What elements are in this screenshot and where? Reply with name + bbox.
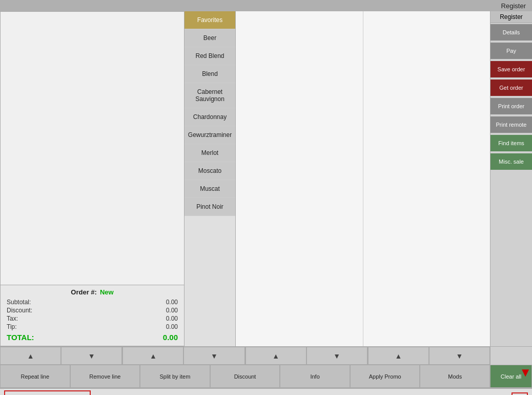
category-button-1[interactable]: Beer [185,29,235,47]
right-btn-get-order[interactable]: Get order [490,80,532,96]
action-row: Repeat lineRemove lineSplit by itemDisco… [0,365,532,388]
category-button-5[interactable]: Chardonnay [185,108,235,126]
right-btn-print-remote[interactable]: Print remote [490,116,532,133]
category-list: FavoritesBeerRed BlendBlendCabernet Sauv… [185,11,236,346]
action-btn-repeat-line[interactable]: Repeat line [0,365,70,388]
action-btn-discount[interactable]: Discount [210,365,280,388]
action-btn-clear-all[interactable]: Clear all▼ [490,365,532,388]
right-btn-details[interactable]: Details [490,24,532,41]
right-panel-spacer [490,347,532,365]
right-btn-save-order[interactable]: Save order [490,61,532,77]
order-summary: Order #: New Subtotal: 0.00 Discount: 0.… [1,285,184,346]
header-title: Register [501,2,526,10]
tax-label: Tax: [7,315,18,322]
scroll-down-1[interactable]: ▼ [61,347,122,365]
right-buttons-container: DetailsPaySave orderGet orderPrint order… [490,23,532,171]
action-btn-apply-promo[interactable]: Apply Promo [350,365,420,388]
left-panel: Order #: New Subtotal: 0.00 Discount: 0.… [0,11,185,346]
order-display [1,12,184,285]
right-btn-print-order[interactable]: Print order [490,98,532,114]
category-button-4[interactable]: Cabernet Sauvignon [185,83,235,108]
order-number-label: Order #: [71,288,97,296]
scroll-row: ▲ ▼ ▲ ▼ ▲ ▼ ▲ ▼ [0,346,532,365]
discount-value: 0.00 [166,307,178,314]
header: Register [0,0,532,11]
scroll-down-2[interactable]: ▼ [183,347,244,365]
scroll-up-4[interactable]: ▲ [368,347,429,365]
total-value: 0.00 [163,333,178,342]
item-column-1 [236,11,363,346]
item-column-2 [363,11,490,346]
category-button-10[interactable]: Pinot Noir [185,198,235,216]
action-btn-remove-line[interactable]: Remove line [70,365,140,388]
tip-label: Tip: [7,323,17,330]
register-label-container: REGISTER Logged in: Michael Smith [21,393,85,396]
category-button-9[interactable]: Muscat [185,180,235,198]
menu-panel: FavoritesBeerRed BlendBlendCabernet Sauv… [185,11,490,346]
scroll-col-3: ▲ ▼ [245,347,368,365]
bottom-bar: ⊞ REGISTER Logged in: Michael Smith ← ⌂ … [0,388,532,395]
scroll-down-3[interactable]: ▼ [306,347,367,365]
register-text: REGISTER [21,393,85,396]
action-btn-mods[interactable]: Mods [420,365,490,388]
list-icon-box[interactable]: ☰ [511,392,528,395]
scroll-col-4: ▲ ▼ [368,347,490,365]
subtotal-value: 0.00 [166,299,178,306]
category-button-3[interactable]: Blend [185,65,235,83]
subtotal-label: Subtotal: [7,299,31,306]
right-panel-title: Register [490,11,532,23]
scroll-up-2[interactable]: ▲ [122,347,183,365]
category-button-2[interactable]: Red Blend [185,47,235,65]
scroll-col-2: ▲ ▼ [122,347,245,365]
order-number-value: New [100,288,114,296]
right-btn-find-items[interactable]: Find items [490,135,532,151]
category-button-6[interactable]: Gewurztraminer [185,126,235,144]
register-label-box: ⊞ REGISTER Logged in: Michael Smith [4,390,91,396]
main-area: Order #: New Subtotal: 0.00 Discount: 0.… [0,11,532,346]
category-button-0[interactable]: Favorites [185,11,235,29]
total-label: TOTAL: [7,333,34,342]
scroll-up-1[interactable]: ▲ [0,347,61,365]
right-btn-misc.-sale[interactable]: Misc. sale [490,153,532,170]
right-panel: Register DetailsPaySave orderGet orderPr… [490,11,532,346]
right-btn-pay[interactable]: Pay [490,43,532,59]
discount-label: Discount: [7,307,32,314]
action-btn-split-by-item[interactable]: Split by item [140,365,210,388]
tax-value: 0.00 [166,315,178,322]
action-btn-info[interactable]: Info [280,365,350,388]
category-button-8[interactable]: Moscato [185,162,235,180]
category-button-7[interactable]: Merlot [185,144,235,162]
scroll-col-1: ▲ ▼ [0,347,122,365]
scroll-up-3[interactable]: ▲ [245,347,306,365]
tip-value: 0.00 [166,323,178,330]
scroll-down-4[interactable]: ▼ [429,347,490,365]
